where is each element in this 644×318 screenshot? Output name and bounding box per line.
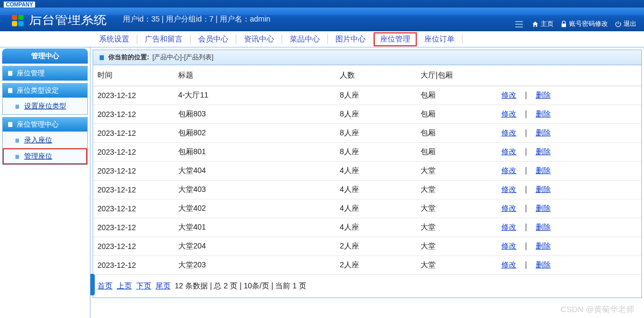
cell-area: 大堂 bbox=[416, 199, 497, 218]
cell-title: 大堂404 bbox=[174, 162, 335, 181]
delete-link[interactable]: 删除 bbox=[536, 260, 551, 269]
pagination: 首页 上页 下页 尾页 12 条数据 | 总 2 页 | 10条/页 | 当前 … bbox=[93, 275, 641, 298]
cell-actions: 修改|删除 bbox=[497, 181, 641, 199]
nav-seats[interactable]: 座位管理 bbox=[374, 32, 417, 46]
edit-link[interactable]: 修改 bbox=[501, 147, 516, 156]
home-button[interactable]: 主页 bbox=[529, 18, 556, 30]
table-row: 2023-12-12包厢8018人座包厢修改|删除 bbox=[93, 143, 641, 162]
sidebar-header-type[interactable]: 座位类型设定 bbox=[3, 84, 87, 98]
sidebar-item-add-seat[interactable]: 录入座位 bbox=[3, 132, 87, 148]
svg-rect-7 bbox=[8, 71, 12, 76]
svg-rect-8 bbox=[8, 88, 12, 93]
cell-actions: 修改|删除 bbox=[497, 143, 641, 162]
change-password-button[interactable]: 账号密码修改 bbox=[558, 18, 610, 30]
svg-rect-4 bbox=[515, 21, 523, 22]
svg-rect-1 bbox=[18, 15, 24, 20]
cell-title: 大堂204 bbox=[174, 237, 335, 256]
cell-area: 大堂 bbox=[416, 162, 497, 181]
logo-icon bbox=[11, 13, 25, 27]
edit-link[interactable]: 修改 bbox=[501, 128, 516, 137]
collapse-handle[interactable] bbox=[90, 274, 95, 295]
delete-link[interactable]: 删除 bbox=[536, 204, 551, 212]
table-row: 2023-12-12包厢8028人座包厢修改|删除 bbox=[93, 124, 641, 143]
svg-rect-6 bbox=[515, 26, 523, 27]
cell-actions: 修改|删除 bbox=[497, 199, 641, 218]
edit-link[interactable]: 修改 bbox=[501, 109, 516, 118]
delete-link[interactable]: 删除 bbox=[536, 241, 551, 250]
page-last[interactable]: 尾页 bbox=[156, 281, 171, 290]
sidebar-item-set-type[interactable]: 设置座位类型 bbox=[3, 98, 87, 114]
edit-link[interactable]: 修改 bbox=[501, 166, 516, 175]
cell-area: 包厢 bbox=[416, 143, 497, 162]
sidebar-item-manage-seat[interactable]: 管理座位 bbox=[3, 148, 87, 164]
nav-members[interactable]: 会员中心 bbox=[191, 34, 236, 44]
svg-rect-0 bbox=[12, 15, 17, 20]
nav-system[interactable]: 系统设置 bbox=[92, 34, 137, 44]
user-info: 用户id：35 | 用户分组id：7 | 用户名：admin bbox=[123, 15, 270, 24]
svg-rect-11 bbox=[16, 139, 19, 143]
col-title: 标题 bbox=[174, 65, 335, 86]
cell-date: 2023-12-12 bbox=[93, 162, 174, 181]
page-next[interactable]: 下页 bbox=[136, 281, 151, 290]
edit-link[interactable]: 修改 bbox=[501, 91, 516, 99]
svg-rect-9 bbox=[16, 105, 19, 109]
header: 后台管理系统 用户id：35 | 用户分组id：7 | 用户名：admin 主页… bbox=[0, 0, 644, 31]
cell-actions: 修改|删除 bbox=[497, 124, 641, 143]
page-first[interactable]: 首页 bbox=[97, 281, 113, 290]
cell-date: 2023-12-12 bbox=[93, 143, 174, 162]
svg-rect-12 bbox=[16, 155, 19, 159]
page-icon bbox=[15, 104, 20, 109]
col-time: 时间 bbox=[93, 65, 174, 86]
delete-link[interactable]: 删除 bbox=[536, 223, 551, 231]
edit-link[interactable]: 修改 bbox=[501, 185, 516, 193]
sidebar: 管理中心 座位管理 座位类型设定 设置座位类型 座位管理中心 bbox=[0, 47, 90, 318]
nav-ads[interactable]: 广告和留言 bbox=[137, 34, 191, 44]
cell-title: 大堂401 bbox=[174, 218, 335, 237]
edit-link[interactable]: 修改 bbox=[501, 260, 516, 269]
cell-title: 大堂203 bbox=[174, 256, 335, 275]
home-icon bbox=[531, 20, 539, 28]
edit-link[interactable]: 修改 bbox=[501, 223, 516, 231]
doc-icon bbox=[7, 87, 13, 94]
sidebar-header-center[interactable]: 座位管理中心 bbox=[3, 117, 87, 132]
delete-link[interactable]: 删除 bbox=[536, 147, 551, 156]
delete-link[interactable]: 删除 bbox=[536, 185, 551, 193]
nav-orders[interactable]: 座位订单 bbox=[417, 34, 463, 44]
nav-dishes[interactable]: 菜品中心 bbox=[282, 34, 328, 44]
delete-link[interactable]: 删除 bbox=[536, 91, 551, 99]
company-tag: COMPANY bbox=[3, 1, 36, 8]
cell-area: 大堂 bbox=[416, 237, 497, 256]
table-row: 2023-12-12大堂4044人座大堂修改|删除 bbox=[93, 162, 641, 181]
page-prev[interactable]: 上页 bbox=[117, 281, 132, 290]
cell-actions: 修改|删除 bbox=[497, 162, 641, 181]
page-icon bbox=[15, 138, 20, 143]
col-people: 人数 bbox=[335, 65, 416, 86]
sidebar-header-seat-mgmt[interactable]: 座位管理 bbox=[3, 66, 87, 80]
table-row: 2023-12-124-大厅118人座包厢修改|删除 bbox=[93, 86, 641, 105]
cell-area: 大堂 bbox=[416, 218, 497, 237]
delete-link[interactable]: 删除 bbox=[536, 109, 551, 118]
sidebar-tab[interactable]: 管理中心 bbox=[2, 49, 88, 64]
logout-button[interactable]: 退出 bbox=[612, 18, 639, 30]
cell-area: 包厢 bbox=[416, 86, 497, 105]
table-row: 2023-12-12包厢8038人座包厢修改|删除 bbox=[93, 105, 641, 124]
cell-people: 8人座 bbox=[335, 105, 416, 124]
delete-link[interactable]: 删除 bbox=[536, 166, 551, 175]
edit-link[interactable]: 修改 bbox=[501, 241, 516, 250]
cell-date: 2023-12-12 bbox=[93, 86, 174, 105]
cell-date: 2023-12-12 bbox=[93, 199, 174, 218]
main-nav: 系统设置 广告和留言 会员中心 资讯中心 菜品中心 图片中心 座位管理 座位订单 bbox=[0, 31, 644, 47]
table-row: 2023-12-12大堂4014人座大堂修改|删除 bbox=[93, 218, 641, 237]
nav-news[interactable]: 资讯中心 bbox=[236, 34, 282, 44]
menu-icon[interactable] bbox=[515, 21, 523, 27]
svg-rect-2 bbox=[12, 21, 17, 26]
cell-area: 包厢 bbox=[416, 105, 497, 124]
cell-date: 2023-12-12 bbox=[93, 105, 174, 124]
cell-date: 2023-12-12 bbox=[93, 218, 174, 237]
lock-icon bbox=[560, 20, 568, 28]
table-row: 2023-12-12大堂4024人座大堂修改|删除 bbox=[93, 199, 641, 218]
nav-images[interactable]: 图片中心 bbox=[328, 34, 374, 44]
edit-link[interactable]: 修改 bbox=[501, 204, 516, 212]
delete-link[interactable]: 删除 bbox=[536, 128, 551, 137]
cell-people: 4人座 bbox=[335, 218, 416, 237]
